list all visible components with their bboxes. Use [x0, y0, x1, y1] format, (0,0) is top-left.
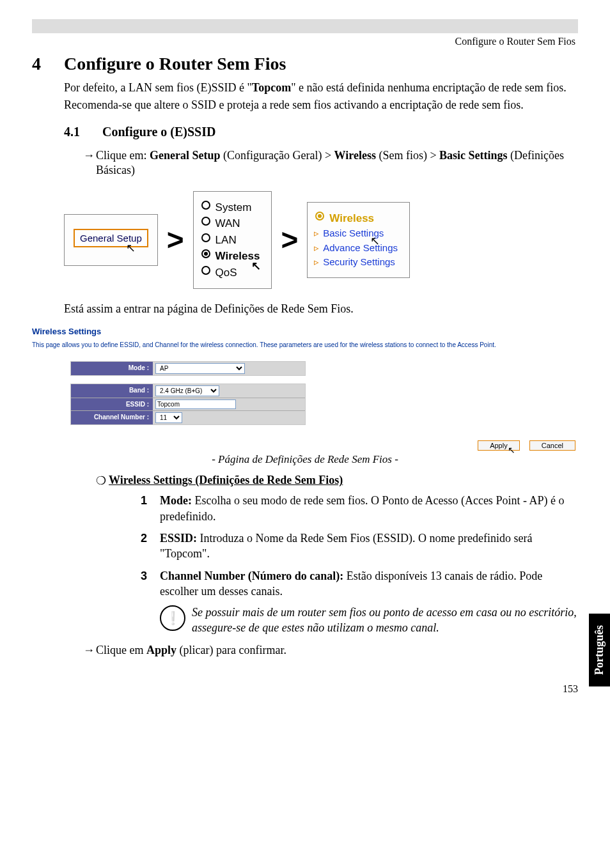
label-mode: Mode :: [71, 362, 153, 375]
channel-select[interactable]: 11: [155, 412, 182, 423]
submenu-security-settings[interactable]: Security Settings: [315, 255, 398, 270]
menu-wan[interactable]: WAN: [201, 215, 260, 232]
note-icon: ❕: [160, 605, 185, 631]
subsection-heading: 4.1 Configure o (E)SSID: [64, 125, 578, 139]
ws-title: Wireless Settings: [32, 327, 578, 336]
menu-wireless-title: Wireless: [315, 210, 398, 227]
click-path-instruction: → Clique em: General Setup (Configuração…: [83, 148, 578, 178]
note-row: ❕ Se possuir mais de um router sem fios …: [160, 605, 578, 635]
navigation-sequence: General Setup ↖ > System WAN LAN Wireles…: [64, 191, 578, 290]
language-tab: Português: [589, 614, 610, 686]
ws-params-table: Band : 2.4 GHz (B+G) ESSID : Channel Num…: [70, 384, 306, 425]
figure-caption: - Página de Definições de Rede Sem Fios …: [32, 453, 578, 466]
submenu-advance-settings[interactable]: Advance Settings: [315, 241, 398, 256]
enter-page-text: Está assim a entrar na página de Definiç…: [64, 302, 578, 316]
greater-than-icon: >: [167, 222, 184, 257]
circle-bullet-icon: ❍: [96, 474, 109, 488]
label-band: Band :: [71, 384, 153, 398]
intro-paragraph-1: Por defeito, a LAN sem fios (E)SSID é "T…: [64, 81, 578, 95]
cancel-button[interactable]: Cancel: [529, 440, 575, 451]
section-heading: 4 Configure o Router Sem Fios: [32, 54, 578, 74]
label-essid: ESSID :: [71, 398, 153, 411]
list-item-mode: Mode: Escolha o seu modo de rede sem fio…: [141, 493, 578, 524]
section-title: Configure o Router Sem Fios: [64, 54, 286, 74]
list-item-essid: ESSID: Introduza o Nome da Rede Sem Fios…: [141, 531, 578, 562]
cursor-icon: ↖: [126, 241, 136, 255]
ws-mode-table: Mode : AP: [70, 361, 306, 376]
list-item-channel: Channel Number (Número do canal): Estão …: [141, 568, 578, 600]
settings-list: Mode: Escolha o seu modo de rede sem fio…: [141, 493, 578, 599]
wireless-settings-subhead: ❍ Wireless Settings (Definições de Rede …: [96, 474, 578, 488]
section-number: 4: [32, 54, 64, 74]
header-bar: [32, 19, 578, 33]
menu-qos[interactable]: QoS: [201, 265, 260, 281]
main-menu-box: System WAN LAN Wireless↖ QoS: [193, 191, 272, 290]
note-text: Se possuir mais de um router sem fios ou…: [192, 605, 578, 635]
mode-select[interactable]: AP: [155, 363, 245, 374]
general-setup-button[interactable]: General Setup ↖: [74, 229, 148, 247]
wireless-submenu-box: Wireless Basic Settings ↖ Advance Settin…: [307, 202, 410, 278]
page-number: 153: [32, 683, 578, 695]
menu-wireless[interactable]: Wireless↖: [201, 248, 260, 265]
header-breadcrumb: Configure o Router Sem Fios: [32, 36, 578, 47]
wireless-settings-screenshot: Wireless Settings This page allows you t…: [32, 327, 578, 451]
submenu-basic-settings[interactable]: Basic Settings ↖: [315, 226, 398, 241]
intro-paragraph-2: Recomenda-se que altere o SSID e proteja…: [64, 98, 578, 112]
subsection-title: Configure o (E)SSID: [102, 125, 215, 139]
ws-description: This page allows you to define ESSID, an…: [32, 341, 578, 348]
apply-button[interactable]: Apply ↖: [478, 440, 520, 451]
arrow-icon: →: [83, 643, 96, 658]
apply-instruction: → Clique em Apply (plicar) para confirma…: [83, 643, 578, 658]
label-channel: Channel Number :: [71, 411, 153, 424]
menu-lan[interactable]: LAN: [201, 232, 260, 249]
arrow-icon: →: [83, 148, 96, 163]
menu-system[interactable]: System: [201, 199, 260, 216]
subsection-number: 4.1: [64, 125, 102, 139]
general-setup-box: General Setup ↖: [64, 214, 158, 266]
essid-input[interactable]: [155, 399, 236, 409]
band-select[interactable]: 2.4 GHz (B+G): [155, 385, 219, 396]
greater-than-icon: >: [281, 222, 298, 257]
